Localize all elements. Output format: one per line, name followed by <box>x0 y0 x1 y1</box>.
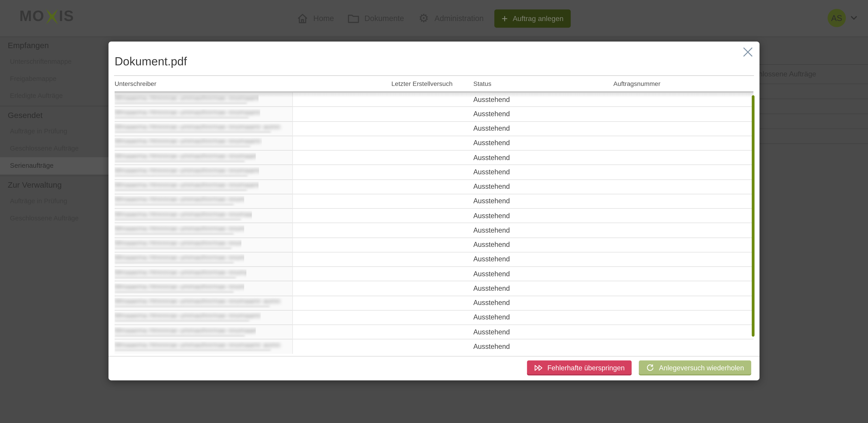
modal-title-block: Dokument.pdf <box>114 41 754 76</box>
close-icon[interactable] <box>742 47 753 58</box>
status-cell: Ausstehend <box>473 313 614 321</box>
redacted-signer-name: Mmaaema Hmnnrae ummaohnrmae nnomaamr aom… <box>115 153 256 162</box>
redacted-signer-name: Mmaaema Hmnnrae ummaohnrmae nnomaamr aom… <box>115 94 258 104</box>
skip-failed-label: Fehlerhafte überspringen <box>547 364 625 372</box>
redacted-signer-name: Mmaaema Hmnnrae ummaohnrmae nnomaamr aom… <box>115 312 261 323</box>
table-row[interactable]: Mmaaema Hmnnrae ummaohnrmae nnomaamr aom… <box>115 267 753 281</box>
status-cell: Ausstehend <box>473 154 614 161</box>
status-cell: Ausstehend <box>473 183 614 190</box>
redacted-signer-name: Mmaaema Hmnnrae ummaohnrmae nnomaamr aom… <box>115 123 284 133</box>
redacted-signer-name: Mmaaema Hmnnrae ummaohnrmae nnomaamr aom… <box>115 240 241 250</box>
status-cell: Ausstehend <box>473 125 614 132</box>
table-row[interactable]: Mmaaema Hmnnrae ummaohnrmae nnomaamr aom… <box>115 194 753 209</box>
table-row[interactable]: Mmaaema Hmnnrae ummaohnrmae nnomaamr aom… <box>115 107 753 121</box>
status-cell: Ausstehend <box>473 284 614 292</box>
redacted-signer-name: Mmaaema Hmnnrae ummaohnrmae nnomaamr aom… <box>115 211 252 221</box>
column-header-status: Status <box>473 80 614 87</box>
status-cell: Ausstehend <box>473 212 614 219</box>
redacted-signer-name: Mmaaema Hmnnrae ummaohnrmae nnomaamr aom… <box>115 327 256 337</box>
status-cell: Ausstehend <box>473 328 614 336</box>
retry-create-label: Anlegeversuch wiederholen <box>659 364 744 372</box>
table-row[interactable]: Mmaaema Hmnnrae ummaohnrmae nnomaamr aom… <box>115 180 753 194</box>
fast-forward-icon <box>534 364 543 371</box>
document-modal: Dokument.pdf Unterschreiber Letzter Erst… <box>108 41 760 381</box>
column-header-letzter-erstellversuch: Letzter Erstellversuch <box>391 80 473 87</box>
status-cell: Ausstehend <box>473 270 614 278</box>
table-row[interactable]: Mmaaema Hmnnrae ummaohnrmae nnomaamr aom… <box>115 92 753 107</box>
table-row[interactable]: Mmaaema Hmnnrae ummaohnrmae nnomaamr aom… <box>115 209 753 223</box>
status-cell: Ausstehend <box>473 241 614 249</box>
redacted-signer-name: Mmaaema Hmnnrae ummaohnrmae nnomaamr aom… <box>115 196 244 206</box>
table-row[interactable]: Mmaaema Hmnnrae ummaohnrmae nnomaamr aom… <box>115 136 753 151</box>
modal-footer: Fehlerhafte überspringen Anlegeversuch w… <box>108 356 760 381</box>
table-row[interactable]: Mmaaema Hmnnrae ummaohnrmae nnomaamr aom… <box>115 238 753 252</box>
table-row[interactable]: Mmaaema Hmnnrae ummaohnrmae nnomaamr aom… <box>115 296 753 310</box>
redacted-signer-name: Mmaaema Hmnnrae ummaohnrmae nnomaamr aom… <box>115 138 262 148</box>
redacted-signer-name: Mmaaema Hmnnrae ummaohnrmae nnomaamr aom… <box>115 225 244 235</box>
table-row[interactable]: Mmaaema Hmnnrae ummaohnrmae nnomaamr aom… <box>115 165 753 180</box>
column-header-auftragsnummer: Auftragsnummer <box>613 80 753 87</box>
table-row[interactable]: Mmaaema Hmnnrae ummaohnrmae nnomaamr aom… <box>115 325 753 339</box>
modal-title: Dokument.pdf <box>114 41 754 68</box>
redacted-signer-name: Mmaaema Hmnnrae ummaohnrmae nnomaamr aom… <box>115 254 244 264</box>
table-row[interactable]: Mmaaema Hmnnrae ummaohnrmae nnomaamr aom… <box>115 122 753 136</box>
status-cell: Ausstehend <box>473 299 614 307</box>
table-row[interactable]: Mmaaema Hmnnrae ummaohnrmae nnomaamr aom… <box>115 281 753 296</box>
table-row[interactable]: Mmaaema Hmnnrae ummaohnrmae nnomaamr aom… <box>115 223 753 238</box>
redacted-signer-name: Mmaaema Hmnnrae ummaohnrmae nnomaamr aom… <box>115 342 284 352</box>
retry-create-button[interactable]: Anlegeversuch wiederholen <box>639 360 751 375</box>
redacted-signer-name: Mmaaema Hmnnrae ummaohnrmae nnomaamr aom… <box>115 109 260 119</box>
status-cell: Ausstehend <box>473 96 614 103</box>
status-cell: Ausstehend <box>473 110 614 118</box>
status-cell: Ausstehend <box>473 226 614 234</box>
table-header-row: Unterschreiber Letzter Erstellversuch St… <box>115 76 753 92</box>
table-scrollbar[interactable] <box>751 95 754 337</box>
status-cell: Ausstehend <box>473 139 614 147</box>
table-row[interactable]: Mmaaema Hmnnrae ummaohnrmae nnomaamr aom… <box>115 252 753 267</box>
status-cell: Ausstehend <box>473 168 614 176</box>
skip-failed-button[interactable]: Fehlerhafte überspringen <box>527 360 632 375</box>
column-header-unterschreiber: Unterschreiber <box>115 80 391 87</box>
redacted-signer-name: Mmaaema Hmnnrae ummaohnrmae nnomaamr aom… <box>115 283 244 294</box>
table-row[interactable]: Mmaaema Hmnnrae ummaohnrmae nnomaamr aom… <box>115 151 753 165</box>
status-cell: Ausstehend <box>473 255 614 263</box>
redacted-signer-name: Mmaaema Hmnnrae ummaohnrmae nnomaamr aom… <box>115 167 259 177</box>
table-body: Mmaaema Hmnnrae ummaohnrmae nnomaamr aom… <box>115 92 753 354</box>
status-cell: Ausstehend <box>473 198 614 205</box>
redo-icon <box>646 364 655 372</box>
redacted-signer-name: Mmaaema Hmnnrae ummaohnrmae nnomaamr aom… <box>115 269 246 279</box>
status-cell: Ausstehend <box>473 343 614 351</box>
app-root: MO IS HomeDokumente⚙Administration + Auf… <box>0 0 868 423</box>
table-row[interactable]: Mmaaema Hmnnrae ummaohnrmae nnomaamr aom… <box>115 339 753 354</box>
redacted-signer-name: Mmaaema Hmnnrae ummaohnrmae nnomaamr aom… <box>115 182 258 192</box>
table-row[interactable]: Mmaaema Hmnnrae ummaohnrmae nnomaamr aom… <box>115 310 753 325</box>
redacted-signer-name: Mmaaema Hmnnrae ummaohnrmae nnomaamr aom… <box>115 298 283 308</box>
